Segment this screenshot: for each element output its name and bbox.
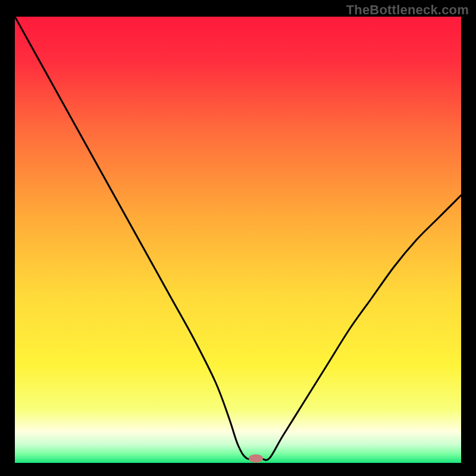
minimum-marker bbox=[249, 455, 263, 463]
plot-svg bbox=[15, 17, 461, 463]
plot-frame bbox=[15, 17, 461, 463]
watermark-text: TheBottleneck.com bbox=[346, 2, 469, 18]
gradient-background bbox=[15, 17, 461, 463]
chart-stage: TheBottleneck.com bbox=[0, 0, 476, 476]
